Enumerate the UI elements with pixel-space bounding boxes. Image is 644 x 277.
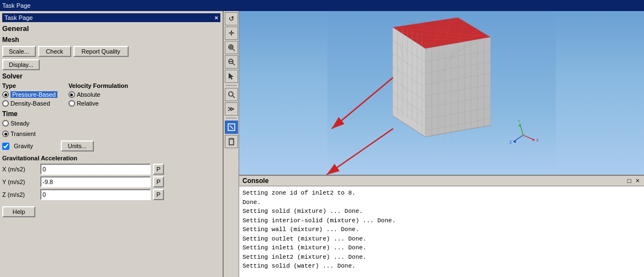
- x-label: X (m/s2): [2, 166, 38, 173]
- transient-dot: [2, 130, 9, 137]
- relative-dot: [68, 100, 75, 107]
- y-input[interactable]: [40, 176, 151, 187]
- console-line: Setting zone id of inlet2 to 8.: [242, 189, 641, 198]
- console-title: Console: [242, 177, 268, 185]
- console-line: Setting inlet1 (mixture) ... Done.: [242, 243, 641, 253]
- title-label: Task Page: [2, 2, 30, 9]
- velocity-label: Velocity Formulation: [68, 82, 128, 89]
- absolute-radio[interactable]: Absolute: [68, 91, 128, 98]
- pressure-based-radio[interactable]: Pressure-Based: [2, 91, 57, 98]
- z-input-row: Z (m/s2) P: [2, 189, 220, 200]
- settings-icon[interactable]: [225, 121, 238, 134]
- grav-accel-title: Gravitational Acceleration: [2, 155, 220, 161]
- svg-rect-12: [229, 139, 234, 145]
- console-line: Setting solid (water) ... Done.: [242, 262, 641, 271]
- x-input-row: X (m/s2) P: [2, 164, 220, 175]
- z-input[interactable]: [40, 189, 151, 200]
- console-line: Setting inlet2 (mixture) ... Done.: [242, 253, 641, 262]
- toolbar: ↺ ✛ ≫: [224, 11, 239, 277]
- pressure-based-dot: [2, 91, 9, 98]
- solver-label: Solver: [2, 72, 220, 80]
- relative-label: Relative: [77, 100, 99, 107]
- svg-line-1: [233, 49, 235, 51]
- mesh-buttons-row2: Display...: [2, 59, 220, 70]
- y-input-row: Y (m/s2) P: [2, 176, 220, 187]
- help-button[interactable]: Help: [2, 206, 35, 217]
- svg-rect-13: [230, 138, 233, 139]
- z-p-button[interactable]: P: [153, 189, 164, 200]
- type-label: Type: [2, 82, 57, 89]
- console-close-btn[interactable]: ×: [635, 177, 641, 185]
- gravity-checkbox-label[interactable]: Gravity: [2, 143, 33, 150]
- absolute-dot: [68, 91, 75, 98]
- gravity-row: Gravity Units...: [2, 140, 220, 151]
- steady-label: Steady: [10, 120, 29, 127]
- console-line: Done.: [242, 198, 641, 207]
- relative-radio[interactable]: Relative: [68, 100, 128, 107]
- report-quality-button[interactable]: Report Quality: [73, 46, 129, 57]
- steady-radio[interactable]: Steady: [2, 120, 29, 127]
- transient-label: Transient: [10, 130, 35, 137]
- density-based-dot: [2, 100, 9, 107]
- svg-point-8: [229, 92, 233, 96]
- console-line: Setting interior-solid (mixture) ... Don…: [242, 216, 641, 226]
- check-button[interactable]: Check: [38, 46, 71, 57]
- pressure-based-label: Pressure-Based: [10, 91, 57, 98]
- transient-radio[interactable]: Transient: [2, 130, 220, 137]
- density-based-radio[interactable]: Density-Based: [2, 100, 57, 107]
- zoom-box-icon[interactable]: [225, 88, 238, 101]
- z-label: Z (m/s2): [2, 191, 38, 198]
- mesh-label: Mesh: [2, 36, 220, 44]
- console-header: Console □ ×: [239, 176, 644, 186]
- general-title: General: [2, 24, 220, 33]
- svg-line-5: [233, 63, 235, 65]
- steady-dot: [2, 120, 9, 127]
- help-row: Help: [2, 206, 220, 217]
- console-line: Setting wall (mixture) ... Done.: [242, 225, 641, 234]
- time-section: Time Steady Transient: [2, 110, 220, 137]
- console-content: Setting zone id of inlet2 to 8.Done.Sett…: [239, 186, 644, 277]
- svg-text:Y: Y: [518, 119, 521, 123]
- mesh-3d: X Y Z: [239, 11, 644, 175]
- grav-accel-section: Gravitational Acceleration X (m/s2) P Y …: [2, 155, 220, 202]
- svg-line-11: [230, 126, 233, 129]
- mesh-buttons-row1: Scale... Check Report Quality: [2, 46, 220, 57]
- display-button[interactable]: Display...: [2, 59, 40, 70]
- svg-line-9: [233, 96, 235, 98]
- solver-type-col: Type Pressure-Based Density-Based: [2, 82, 57, 107]
- panel-title-label: Task Page: [4, 14, 33, 21]
- gravity-checkbox[interactable]: [2, 143, 9, 150]
- cursor-icon[interactable]: [225, 70, 238, 83]
- x-input[interactable]: [40, 164, 151, 175]
- svg-text:Z: Z: [509, 140, 511, 144]
- title-bar: Task Page: [0, 0, 644, 11]
- density-based-label: Density-Based: [10, 100, 50, 107]
- absolute-label: Absolute: [77, 91, 101, 98]
- viewport[interactable]: X Y Z: [239, 11, 644, 175]
- units-button[interactable]: Units...: [61, 140, 94, 151]
- y-p-button[interactable]: P: [153, 176, 164, 187]
- right-area: ↺ ✛ ≫: [224, 11, 644, 277]
- console-expand-btn[interactable]: □: [626, 177, 632, 185]
- svg-point-91: [522, 134, 525, 137]
- x-p-button[interactable]: P: [153, 164, 164, 175]
- left-panel: Task Page × General Mesh Scale... Check …: [0, 11, 224, 277]
- zoom-in-icon[interactable]: [225, 41, 238, 54]
- panel-header: Task Page ×: [2, 13, 220, 22]
- clipboard-icon[interactable]: [225, 135, 238, 148]
- svg-text:X: X: [536, 138, 539, 142]
- fit-icon[interactable]: ✛: [225, 27, 238, 40]
- panel-close-btn[interactable]: ×: [215, 14, 218, 21]
- content-area: X Y Z: [239, 11, 644, 277]
- velocity-col: Velocity Formulation Absolute Relative: [68, 82, 128, 107]
- console-area: Console □ × Setting zone id of inlet2 to…: [239, 175, 644, 277]
- refresh-icon[interactable]: ↺: [225, 12, 238, 25]
- console-line: Setting outlet (mixture) ... Done.: [242, 234, 641, 244]
- gravity-label-text: Gravity: [14, 143, 33, 149]
- scale-button[interactable]: Scale...: [2, 46, 36, 57]
- zoom-out-icon[interactable]: [225, 55, 238, 69]
- chevron-down-icon[interactable]: ≫: [225, 102, 238, 116]
- svg-marker-7: [229, 73, 234, 80]
- console-line: Setting solid (mixture) ... Done.: [242, 207, 641, 216]
- y-label: Y (m/s2): [2, 179, 38, 185]
